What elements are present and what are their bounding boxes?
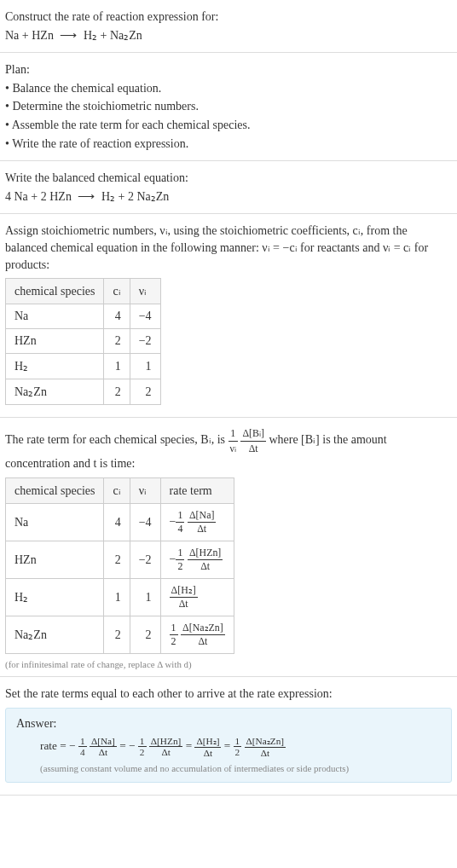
table-row: H₂11: [6, 354, 161, 379]
rateterm-table: chemical species cᵢ νᵢ rate term Na 4 −4…: [5, 477, 234, 654]
prefix: rate = −: [40, 739, 76, 752]
cell-species: HZn: [6, 329, 104, 354]
frac-coeff: 12: [170, 622, 178, 648]
plan-item: • Determine the stoichiometric numbers.: [5, 98, 452, 115]
plan-section: Plan: • Balance the chemical equation. •…: [0, 53, 457, 161]
arrow-icon: ⟶: [60, 29, 77, 42]
eq-left: Na + HZn: [5, 29, 54, 42]
frac-coeff: 14: [78, 736, 87, 757]
final-section: Set the rate terms equal to each other t…: [0, 677, 457, 796]
frac-coeff: 12: [234, 736, 242, 757]
balanced-heading: Write the balanced chemical equation:: [5, 170, 452, 187]
sign: −: [170, 515, 176, 528]
final-heading: Set the rate terms equal to each other t…: [5, 686, 452, 703]
frac-coeff: 14: [176, 509, 184, 535]
frac-coeff: 1νᵢ: [228, 426, 238, 455]
cell-species: H₂: [6, 354, 104, 379]
cell-c: 2: [104, 616, 130, 654]
cell-nu: 1: [130, 579, 160, 616]
cell-rate: 12 Δ[Na₂Zn]Δt: [160, 616, 234, 654]
text-before: The rate term for each chemical species,…: [5, 434, 228, 447]
intro-section: Construct the rate of reaction expressio…: [0, 0, 457, 53]
rateterm-section: The rate term for each chemical species,…: [0, 418, 457, 677]
frac-delta: Δ[H₂]Δt: [170, 584, 198, 610]
cell-nu: −4: [130, 504, 160, 541]
stoich-table: chemical species cᵢ νᵢ Na4−4 HZn2−2 H₂11…: [5, 278, 161, 405]
cell-nu: 2: [130, 616, 160, 654]
intro-title: Construct the rate of reaction expressio…: [5, 9, 452, 26]
cell-nu: −2: [130, 329, 160, 354]
frac-coeff: 12: [176, 547, 184, 573]
col-nu: νᵢ: [130, 478, 160, 504]
cell-rate: Δ[H₂]Δt: [160, 579, 234, 616]
table-row: Na₂Zn 2 2 12 Δ[Na₂Zn]Δt: [6, 616, 234, 654]
frac-delta: Δ[Na]Δt: [90, 736, 117, 757]
equals: = −: [119, 739, 135, 752]
cell-nu: −4: [130, 304, 160, 329]
balanced-equation: 4 Na + 2 HZn ⟶ H₂ + 2 Na₂Zn: [5, 188, 452, 205]
table-row: Na4−4: [6, 304, 161, 329]
cell-c: 2: [104, 379, 130, 405]
cell-nu: 1: [130, 354, 160, 379]
sign: −: [170, 553, 176, 565]
frac-coeff: 12: [138, 736, 147, 757]
plan-item: • Assemble the rate term for each chemic…: [5, 117, 452, 134]
cell-c: 2: [104, 541, 130, 579]
cell-species: Na₂Zn: [6, 379, 104, 405]
table-row: Na₂Zn22: [6, 379, 161, 405]
rateterm-note: (for infinitesimal rate of change, repla…: [5, 659, 452, 669]
cell-species: Na: [6, 504, 104, 541]
cell-c: 4: [104, 504, 130, 541]
cell-species: Na₂Zn: [6, 616, 104, 654]
eq-right: H₂ + 2 Na₂Zn: [101, 190, 169, 203]
col-species: chemical species: [6, 478, 104, 504]
table-row: Na 4 −4 −14 Δ[Na]Δt: [6, 504, 234, 541]
frac-delta: Δ[Na₂Zn]Δt: [245, 736, 286, 758]
table-header-row: chemical species cᵢ νᵢ rate term: [6, 478, 234, 504]
frac-delta: Δ[H₂]Δt: [194, 736, 221, 758]
eq-right: H₂ + Na₂Zn: [84, 29, 142, 42]
frac-delta: Δ[HZn]Δt: [149, 736, 183, 757]
cell-c: 1: [104, 579, 130, 616]
eq-left: 4 Na + 2 HZn: [5, 190, 72, 203]
table-row: HZn 2 −2 −12 Δ[HZn]Δt: [6, 541, 234, 579]
col-c: cᵢ: [104, 279, 130, 304]
rateterm-text: The rate term for each chemical species,…: [5, 426, 452, 472]
col-nu: νᵢ: [130, 279, 160, 304]
cell-nu: −2: [130, 541, 160, 579]
stoich-section: Assign stoichiometric numbers, νᵢ, using…: [0, 214, 457, 418]
cell-species: HZn: [6, 541, 104, 579]
answer-note: (assuming constant volume and no accumul…: [16, 763, 441, 773]
frac-delta: Δ[Bᵢ]Δt: [240, 426, 266, 455]
col-rate: rate term: [160, 478, 234, 504]
equals: =: [224, 739, 234, 752]
cell-species: H₂: [6, 579, 104, 616]
plan-item: • Balance the chemical equation.: [5, 80, 452, 97]
cell-rate: −14 Δ[Na]Δt: [160, 504, 234, 541]
frac-delta: Δ[HZn]Δt: [188, 547, 223, 573]
cell-nu: 2: [130, 379, 160, 405]
plan-heading: Plan:: [5, 61, 452, 78]
cell-c: 1: [104, 354, 130, 379]
cell-c: 4: [104, 304, 130, 329]
answer-label: Answer:: [16, 717, 441, 731]
col-c: cᵢ: [104, 478, 130, 504]
plan-item: • Write the rate of reaction expression.: [5, 136, 452, 153]
col-species: chemical species: [6, 279, 104, 304]
frac-delta: Δ[Na₂Zn]Δt: [181, 622, 225, 648]
frac-delta: Δ[Na]Δt: [188, 509, 216, 535]
intro-equation: Na + HZn ⟶ H₂ + Na₂Zn: [5, 27, 452, 44]
stoich-text: Assign stoichiometric numbers, νᵢ, using…: [5, 223, 452, 273]
table-row: HZn2−2: [6, 329, 161, 354]
cell-c: 2: [104, 329, 130, 354]
equals: =: [186, 739, 195, 752]
table-header-row: chemical species cᵢ νᵢ: [6, 279, 161, 304]
answer-expression: rate = − 14 Δ[Na]Δt = − 12 Δ[HZn]Δt = Δ[…: [16, 736, 441, 758]
arrow-icon: ⟶: [78, 190, 95, 203]
table-row: H₂ 1 1 Δ[H₂]Δt: [6, 579, 234, 616]
answer-box: Answer: rate = − 14 Δ[Na]Δt = − 12 Δ[HZn…: [5, 708, 452, 783]
cell-rate: −12 Δ[HZn]Δt: [160, 541, 234, 579]
balanced-section: Write the balanced chemical equation: 4 …: [0, 161, 457, 214]
cell-species: Na: [6, 304, 104, 329]
